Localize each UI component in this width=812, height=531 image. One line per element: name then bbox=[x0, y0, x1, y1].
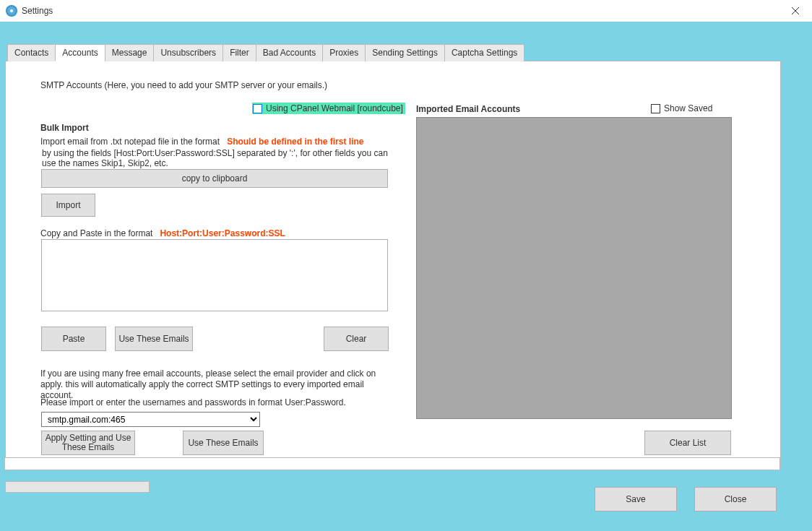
cpanel-checkbox-label: Using CPanel Webmail [roundcube] bbox=[266, 103, 403, 113]
show-saved-checkbox[interactable]: Show Saved bbox=[651, 103, 712, 113]
apply-setting-button[interactable]: Apply Setting and Use These Emails bbox=[41, 431, 135, 455]
fields-hint: by using the fields [Host:Port:User:Pass… bbox=[42, 148, 389, 168]
bulk-import-title: Bulk Import bbox=[40, 123, 89, 133]
paste-button[interactable]: Paste bbox=[41, 327, 106, 351]
copy-paste-format: Host:Port:User:Password:SSL bbox=[160, 228, 285, 238]
should-define-warning: Should be defined in the first line bbox=[227, 137, 363, 147]
tab-notebook: Contacts Accounts Message Unsubscribers … bbox=[5, 43, 781, 470]
tab-contacts[interactable]: Contacts bbox=[7, 44, 56, 61]
title-bar: Settings bbox=[0, 0, 812, 22]
tab-sending-settings[interactable]: Sending Settings bbox=[365, 44, 445, 61]
save-button[interactable]: Save bbox=[595, 487, 677, 511]
client-area: Contacts Accounts Message Unsubscribers … bbox=[0, 22, 812, 531]
smtp-provider-select[interactable]: smtp.gmail.com:465 bbox=[41, 412, 260, 427]
tab-captcha-settings[interactable]: Captcha Settings bbox=[444, 44, 524, 61]
app-icon bbox=[6, 5, 17, 17]
copy-to-clipboard-button[interactable]: copy to clipboard bbox=[41, 169, 388, 188]
paste-textarea[interactable] bbox=[41, 239, 388, 311]
checkbox-icon bbox=[253, 104, 262, 113]
tab-bad-accounts[interactable]: Bad Accounts bbox=[256, 44, 323, 61]
imported-accounts-list[interactable] bbox=[416, 117, 732, 419]
use-these-emails-button[interactable]: Use These Emails bbox=[115, 327, 193, 351]
close-button[interactable]: Close bbox=[694, 487, 777, 511]
imported-header: Imported Email Accounts bbox=[416, 104, 520, 114]
window-title: Settings bbox=[22, 6, 779, 16]
tab-unsubscribers[interactable]: Unsubscribers bbox=[153, 44, 223, 61]
show-saved-label: Show Saved bbox=[664, 103, 712, 113]
smtp-header: SMTP Accounts (Here, you need to add you… bbox=[40, 80, 327, 90]
close-window-button[interactable] bbox=[779, 0, 812, 22]
tab-filter[interactable]: Filter bbox=[223, 44, 256, 61]
clear-list-button[interactable]: Clear List bbox=[644, 431, 731, 455]
free-email-hint: If you are using many free email account… bbox=[40, 368, 396, 401]
import-button[interactable]: Import bbox=[41, 194, 95, 217]
checkbox-icon bbox=[651, 104, 660, 113]
copy-paste-label: Copy and Paste in the format Host:Port:U… bbox=[40, 228, 285, 238]
clear-button[interactable]: Clear bbox=[324, 327, 389, 351]
tab-accounts[interactable]: Accounts bbox=[55, 44, 105, 61]
footer-bar bbox=[4, 457, 780, 470]
tab-proxies[interactable]: Proxies bbox=[322, 44, 366, 61]
import-email-line: Import email from .txt notepad file in t… bbox=[40, 137, 363, 147]
cpanel-checkbox[interactable]: Using CPanel Webmail [roundcube] bbox=[252, 103, 405, 114]
progress-bar bbox=[5, 481, 150, 493]
tab-strip: Contacts Accounts Message Unsubscribers … bbox=[5, 43, 781, 61]
tab-message[interactable]: Message bbox=[105, 44, 155, 61]
use-these-emails-button-2[interactable]: Use These Emails bbox=[183, 431, 264, 455]
close-icon bbox=[792, 7, 799, 14]
tab-panel-accounts: SMTP Accounts (Here, you need to add you… bbox=[5, 61, 781, 470]
user-password-hint: Please import or enter the usernames and… bbox=[40, 397, 396, 407]
